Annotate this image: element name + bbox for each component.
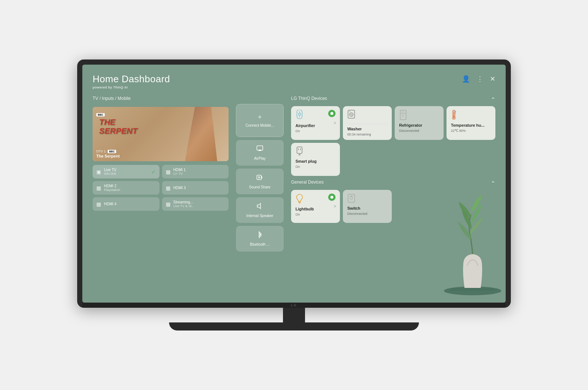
input-grid: ▣ Live TV 000-000 ✓ ▩ HDMI 1 xyxy=(93,165,229,211)
main-content: TV / Inputs / Mobile BBC THESERPENT xyxy=(93,96,495,295)
bluetooth-icon xyxy=(256,231,263,240)
input-sub: U+ TV xyxy=(173,172,186,176)
airpurifier-power-btn[interactable] xyxy=(328,110,336,117)
connect-mobile-tile[interactable]: + Connect Mobile... xyxy=(236,104,284,137)
svg-rect-14 xyxy=(400,110,406,120)
thinq-devices-section: LG ThinQ Devices ⌃ xyxy=(291,96,495,176)
internal-speaker-icon xyxy=(256,202,263,212)
airplay-icon xyxy=(256,145,263,154)
thinq-section-label: LG ThinQ Devices xyxy=(291,96,327,101)
header: Home Dashboard powered by ThinQ AI 👤 ⋮ ✕ xyxy=(93,73,495,89)
temp-header xyxy=(451,110,491,122)
plant-decoration xyxy=(443,192,502,303)
brand-name: ThinQ AI xyxy=(113,86,128,89)
lightbulb-tile[interactable]: Lightbulb On > xyxy=(291,190,340,223)
svg-rect-1 xyxy=(451,288,495,291)
smart-plug-name: Smart plug xyxy=(295,159,336,163)
svg-rect-6 xyxy=(297,110,302,119)
thinq-devices-grid: Airpurifier On > xyxy=(291,106,495,176)
washer-icon xyxy=(347,110,355,121)
hdmi3-icon: ▩ xyxy=(166,185,171,191)
temperature-name: Temperature hu... xyxy=(451,123,491,127)
input-live-tv[interactable]: ▣ Live TV 000-000 ✓ xyxy=(93,165,159,178)
tv-frame: Home Dashboard powered by ThinQ AI 👤 ⋮ ✕ xyxy=(77,59,511,331)
sound-share-icon xyxy=(256,174,263,183)
refrigerator-icon xyxy=(399,110,407,122)
airpurifier-status: On xyxy=(295,129,336,133)
live-tv-icon: ▣ xyxy=(96,169,101,175)
figure-bg xyxy=(181,107,221,161)
refrigerator-name: Refrigerator xyxy=(399,123,439,127)
switch-header xyxy=(347,194,387,205)
input-name: Live TV xyxy=(104,168,116,172)
general-collapse-icon[interactable]: ⌃ xyxy=(491,180,495,187)
input-hdmi2[interactable]: ▩ HDMI 2 Playstation xyxy=(93,181,159,195)
temperature-tile[interactable]: Temperature hu... 22℃ 80% xyxy=(447,106,495,140)
airpurifier-tile[interactable]: Airpurifier On > xyxy=(291,106,340,140)
connect-mobile-label: Connect Mobile... xyxy=(245,123,274,127)
lightbulb-status: On xyxy=(295,213,336,216)
refrigerator-status: Disconnected xyxy=(399,129,439,133)
power-dot xyxy=(330,196,333,199)
smart-plug-tile[interactable]: Smart plug On xyxy=(291,143,340,176)
svg-marker-5 xyxy=(257,203,261,209)
input-name: HDMI 3 xyxy=(173,186,186,190)
lightbulb-power-btn[interactable] xyxy=(328,194,336,201)
svg-point-24 xyxy=(455,111,456,112)
connect-plus-icon: + xyxy=(258,113,262,121)
tv-bezel: Home Dashboard powered by ThinQ AI 👤 ⋮ ✕ xyxy=(77,59,511,308)
tv-preview[interactable]: BBC THESERPENT DTV 1 xyxy=(93,107,229,161)
header-controls: 👤 ⋮ ✕ xyxy=(462,75,495,83)
washer-status: 00:34 remaining xyxy=(347,133,387,136)
bluetooth-label: Bluetooth ... xyxy=(250,242,269,246)
tv-bottom-bar: LG xyxy=(82,303,506,308)
close-icon[interactable]: ✕ xyxy=(490,75,495,83)
refrigerator-tile[interactable]: Refrigerator Disconnected xyxy=(395,106,444,140)
input-name: HDMI 4 xyxy=(104,202,116,206)
switch-tile[interactable]: Switch Disconnected xyxy=(343,190,392,223)
switch-status: Disconnected xyxy=(347,212,387,216)
bluetooth-tile[interactable]: Bluetooth ... xyxy=(236,226,284,252)
tv-preview-info: DTV 1 BBC The Serpent xyxy=(96,149,120,158)
svg-point-20 xyxy=(453,117,455,119)
menu-icon[interactable]: ⋮ xyxy=(477,75,483,83)
powered-by-text: powered by xyxy=(93,86,112,89)
input-hdmi1[interactable]: ▩ HDMI 1 U+ TV xyxy=(162,165,229,178)
airpurifier-header xyxy=(295,110,336,122)
airpurifier-name: Airpurifier xyxy=(295,123,336,128)
input-sub: 000-000 xyxy=(104,172,116,176)
refrigerator-header xyxy=(399,110,439,122)
internal-speaker-label: Internal Speaker xyxy=(246,214,273,218)
airplay-label: AirPlay xyxy=(254,156,266,160)
input-hdmi3[interactable]: ▩ HDMI 3 xyxy=(162,181,229,195)
washer-tile[interactable]: Washer 00:34 remaining xyxy=(343,106,392,140)
airplay-tile[interactable]: AirPlay xyxy=(236,140,284,166)
profile-icon[interactable]: 👤 xyxy=(462,75,470,83)
streaming-icon: ▩ xyxy=(166,201,171,207)
switch-name: Switch xyxy=(347,206,387,210)
washer-divider xyxy=(347,124,387,124)
sound-share-tile[interactable]: Sound Share xyxy=(236,169,284,194)
bbc-badge: BBC xyxy=(96,113,105,116)
sound-share-label: Sound Share xyxy=(249,185,270,189)
thinq-section-header: LG ThinQ Devices ⌃ xyxy=(291,96,495,103)
header-title-area: Home Dashboard powered by ThinQ AI xyxy=(93,73,170,89)
input-hdmi4[interactable]: ▩ HDMI 4 xyxy=(93,197,159,211)
mobile-connect-column: + Connect Mobile... AirPlay xyxy=(236,104,284,295)
input-streaming[interactable]: ▩ Streaming... Live TV & St... xyxy=(162,197,229,211)
show-title-area: THESERPENT xyxy=(99,118,137,136)
channel-badge: BBC xyxy=(108,150,116,153)
tv-screen: Home Dashboard powered by ThinQ AI 👤 ⋮ ✕ xyxy=(82,65,506,303)
svg-point-7 xyxy=(298,113,301,115)
washer-name: Washer xyxy=(347,127,387,131)
power-dot xyxy=(330,112,333,115)
thinq-collapse-icon[interactable]: ⌃ xyxy=(491,96,495,103)
svg-rect-10 xyxy=(348,110,355,118)
input-sub: Playstation xyxy=(104,188,120,192)
lightbulb-header xyxy=(295,194,336,205)
lightbulb-icon xyxy=(295,194,304,205)
svg-rect-3 xyxy=(257,175,261,180)
lightbulb-name: Lightbulb xyxy=(295,207,336,211)
smart-plug-header xyxy=(295,147,336,158)
internal-speaker-tile[interactable]: Internal Speaker xyxy=(236,197,284,223)
